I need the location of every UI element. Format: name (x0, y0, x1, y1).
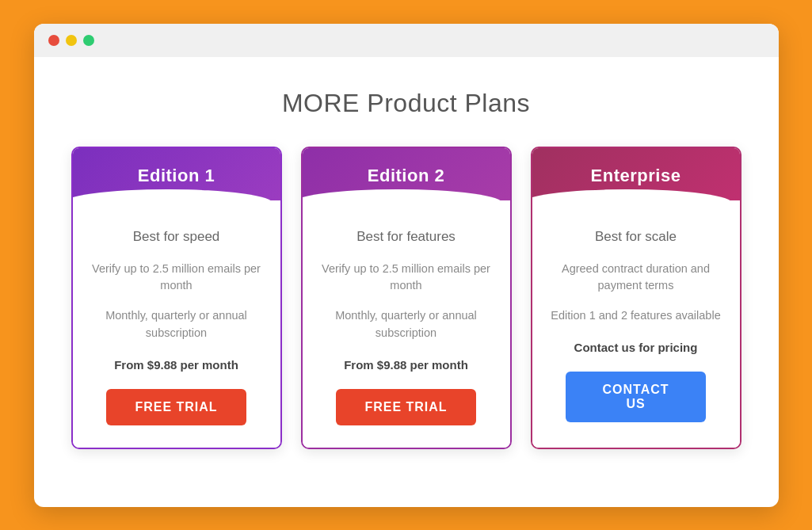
plan-body-edition-1: Best for speed Verify up to 2.5 million … (73, 200, 280, 448)
plan-tagline-edition-2: Best for features (356, 229, 456, 245)
plan-card-edition-2: Edition 2 Best for features Verify up to… (301, 147, 512, 449)
dot-green (83, 35, 94, 46)
plan-feature2-enterprise: Edition 1 and 2 features available (551, 307, 720, 325)
plan-price-enterprise: Contact us for pricing (574, 341, 698, 354)
dot-red (48, 35, 59, 46)
browser-bar (34, 24, 779, 57)
plan-body-enterprise: Best for scale Agreed contract duration … (532, 200, 740, 448)
plan-card-edition-1: Edition 1 Best for speed Verify up to 2.… (71, 147, 282, 449)
plan-feature1-edition-1: Verify up to 2.5 million emails per mont… (89, 261, 265, 296)
plan-feature1-enterprise: Agreed contract duration and payment ter… (548, 261, 724, 296)
plan-feature2-edition-1: Monthly, quarterly or annual subscriptio… (89, 307, 265, 342)
dot-yellow (66, 35, 77, 46)
plan-card-enterprise: Enterprise Best for scale Agreed contrac… (531, 147, 741, 449)
plan-feature1-edition-2: Verify up to 2.5 million emails per mont… (318, 261, 494, 296)
page-title: MORE Product Plans (66, 89, 747, 118)
free-trial-button-edition-2[interactable]: FREE TRIAL (336, 389, 477, 425)
free-trial-button-edition-1[interactable]: FREE TRIAL (106, 389, 247, 425)
page-content: MORE Product Plans Edition 1 Best for sp… (34, 57, 779, 457)
contact-us-button-enterprise[interactable]: CONTACT US (566, 372, 707, 422)
plan-feature2-edition-2: Monthly, quarterly or annual subscriptio… (318, 307, 494, 342)
plan-tagline-enterprise: Best for scale (595, 229, 677, 245)
plans-container: Edition 1 Best for speed Verify up to 2.… (66, 147, 747, 449)
plan-price-edition-2: From $9.88 per month (344, 358, 468, 372)
plan-body-edition-2: Best for features Verify up to 2.5 milli… (303, 200, 510, 448)
plan-tagline-edition-1: Best for speed (133, 229, 220, 245)
plan-price-edition-1: From $9.88 per month (114, 358, 238, 372)
browser-window: MORE Product Plans Edition 1 Best for sp… (34, 24, 779, 507)
